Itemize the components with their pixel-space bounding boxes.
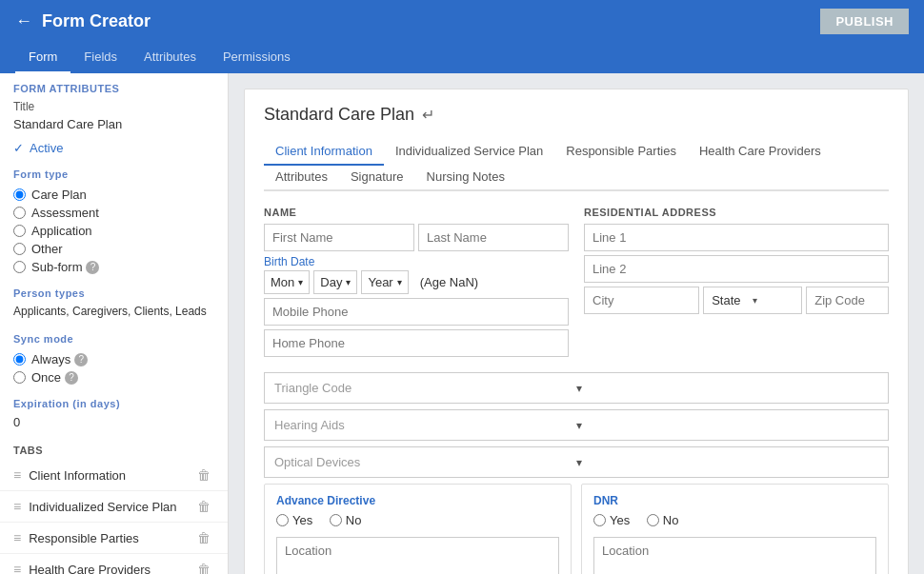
drag-handle-icon: ≡ bbox=[13, 562, 21, 574]
drag-handle-icon: ≡ bbox=[13, 530, 21, 545]
nav-fields[interactable]: Fields bbox=[70, 42, 131, 73]
last-name-input[interactable] bbox=[418, 224, 569, 251]
form-title-row: Standard Care Plan ↵ bbox=[264, 105, 889, 125]
sidebar-tab-health-care[interactable]: ≡ Health Care Providers 🗑 bbox=[0, 554, 228, 574]
delete-tab-1-icon[interactable]: 🗑 bbox=[193, 497, 214, 516]
dnr-yes[interactable]: Yes bbox=[593, 513, 630, 527]
form-attributes-title: FORM ATTRIBUTES bbox=[0, 73, 228, 98]
status-label: Active bbox=[30, 141, 63, 155]
month-arrow-icon: ▾ bbox=[298, 277, 303, 287]
optical-arrow-icon: ▾ bbox=[576, 456, 878, 469]
dnr-card: DNR Yes No bbox=[581, 484, 889, 574]
birth-year-select[interactable]: Year ▾ bbox=[361, 270, 408, 294]
dnr-radio-group: Yes No bbox=[593, 513, 876, 529]
tab-health-care[interactable]: Health Care Providers bbox=[688, 138, 833, 166]
zip-input[interactable] bbox=[806, 287, 889, 314]
delete-tab-3-icon[interactable]: 🗑 bbox=[193, 560, 214, 574]
form-type-care-plan[interactable]: Care Plan bbox=[13, 186, 214, 204]
delete-tab-0-icon[interactable]: 🗑 bbox=[193, 465, 214, 485]
sync-always[interactable]: Always ? bbox=[13, 350, 214, 368]
sidebar-tab-responsible[interactable]: ≡ Responsible Parties 🗑 bbox=[0, 523, 228, 554]
hearing-aids-dropdown[interactable]: Hearing Aids ▾ bbox=[264, 409, 889, 441]
advance-location-input[interactable] bbox=[276, 537, 559, 574]
sidebar-tab-isp[interactable]: ≡ Individualized Service Plan 🗑 bbox=[0, 491, 228, 523]
dnr-title: DNR bbox=[593, 494, 876, 507]
first-name-input[interactable] bbox=[264, 224, 414, 251]
name-section: NAME Birth Date Mon ▾ bbox=[264, 207, 569, 361]
check-icon: ✓ bbox=[13, 141, 24, 155]
form-body: NAME Birth Date Mon ▾ bbox=[264, 207, 889, 574]
birth-date-label: Birth Date bbox=[264, 255, 569, 268]
advance-directive-title: Advance Directive bbox=[276, 494, 559, 507]
back-button[interactable]: ← bbox=[15, 11, 32, 31]
year-arrow-icon: ▾ bbox=[397, 277, 402, 287]
name-address-row: NAME Birth Date Mon ▾ bbox=[264, 207, 889, 361]
once-help-icon[interactable]: ? bbox=[65, 371, 78, 385]
title-label: Title bbox=[0, 98, 228, 115]
expiration-label: Expiration (in days) bbox=[0, 388, 228, 413]
form-type-sub-form[interactable]: Sub-form ? bbox=[13, 258, 214, 276]
birth-month-select[interactable]: Mon ▾ bbox=[264, 270, 310, 294]
tab-signature[interactable]: Signature bbox=[339, 164, 415, 191]
birth-day-select[interactable]: Day ▾ bbox=[313, 270, 357, 294]
advance-radio-group: Yes No bbox=[276, 513, 559, 529]
person-types-label: Person types bbox=[0, 278, 228, 303]
dnr-location-input[interactable] bbox=[593, 537, 876, 574]
status-row: ✓ Active bbox=[0, 137, 228, 159]
sync-once[interactable]: Once ? bbox=[13, 368, 214, 386]
tab-client-information[interactable]: Client Information bbox=[264, 138, 384, 166]
dnr-no[interactable]: No bbox=[647, 513, 679, 527]
optical-devices-dropdown[interactable]: Optical Devices ▾ bbox=[264, 446, 889, 478]
content-area: FORM ATTRIBUTES Title Standard Care Plan… bbox=[0, 73, 924, 574]
form-area: Standard Care Plan ↵ Client Information … bbox=[229, 73, 924, 574]
form-type-assessment[interactable]: Assessment bbox=[13, 204, 214, 222]
residential-section-label: RESIDENTIAL ADDRESS bbox=[584, 207, 889, 218]
nav-form[interactable]: Form bbox=[15, 42, 70, 73]
birth-date-row: Mon ▾ Day ▾ Year ▾ bbox=[264, 270, 569, 294]
tab-attributes[interactable]: Attributes bbox=[264, 164, 339, 191]
city-input[interactable] bbox=[584, 287, 699, 314]
advance-yes[interactable]: Yes bbox=[276, 513, 312, 527]
advance-no[interactable]: No bbox=[330, 513, 362, 527]
nav-attributes[interactable]: Attributes bbox=[131, 42, 210, 73]
city-state-zip-row: State ▾ bbox=[584, 287, 889, 314]
advance-directive-card: Advance Directive Yes No bbox=[264, 484, 572, 574]
expiration-value: 0 bbox=[0, 413, 228, 435]
delete-tab-2-icon[interactable]: 🗑 bbox=[193, 528, 214, 547]
state-arrow-icon: ▾ bbox=[753, 295, 793, 306]
form-type-group: Care Plan Assessment Application Other S… bbox=[0, 184, 228, 278]
age-display: (Age NaN) bbox=[420, 275, 478, 289]
sidebar: FORM ATTRIBUTES Title Standard Care Plan… bbox=[0, 73, 229, 574]
address-section: RESIDENTIAL ADDRESS State ▾ bbox=[584, 207, 889, 361]
title-value: Standard Care Plan bbox=[0, 115, 228, 137]
nav-permissions[interactable]: Permissions bbox=[210, 42, 304, 73]
tab-nursing-notes[interactable]: Nursing Notes bbox=[415, 164, 516, 191]
form-type-other[interactable]: Other bbox=[13, 240, 214, 258]
sync-mode-label: Sync mode bbox=[0, 324, 228, 348]
top-bar: ← Form Creator PUBLISH bbox=[0, 0, 924, 42]
sub-form-help-icon[interactable]: ? bbox=[86, 261, 99, 274]
name-section-label: NAME bbox=[264, 207, 569, 218]
always-help-icon[interactable]: ? bbox=[74, 353, 88, 366]
line1-input[interactable] bbox=[584, 224, 889, 251]
form-tabs: Client Information Individualized Servic… bbox=[264, 138, 889, 191]
state-select[interactable]: State ▾ bbox=[703, 287, 802, 314]
tabs-title: TABS bbox=[0, 435, 228, 460]
form-card: Standard Care Plan ↵ Client Information … bbox=[244, 89, 909, 574]
sidebar-tab-client-information[interactable]: ≡ Client Information 🗑 bbox=[0, 460, 228, 491]
directive-dnr-row: Advance Directive Yes No bbox=[264, 484, 889, 574]
hearing-arrow-icon: ▾ bbox=[576, 419, 878, 432]
form-title-edit-icon[interactable]: ↵ bbox=[422, 106, 434, 124]
app-title: Form Creator bbox=[42, 11, 820, 31]
mobile-phone-input[interactable] bbox=[264, 298, 569, 326]
form-type-application[interactable]: Application bbox=[13, 222, 214, 240]
tab-responsible[interactable]: Responsible Parties bbox=[554, 138, 688, 166]
triangle-code-dropdown[interactable]: Triangle Code ▾ bbox=[264, 372, 889, 404]
home-phone-input[interactable] bbox=[264, 329, 569, 357]
publish-button[interactable]: PUBLISH bbox=[820, 9, 909, 34]
form-title: Standard Care Plan bbox=[264, 105, 414, 125]
person-types-value: Applicants, Caregivers, Clients, Leads bbox=[0, 303, 228, 324]
line2-input[interactable] bbox=[584, 255, 889, 283]
tab-isp[interactable]: Individualized Service Plan bbox=[384, 138, 554, 166]
sync-mode-group: Always ? Once ? bbox=[0, 348, 228, 388]
